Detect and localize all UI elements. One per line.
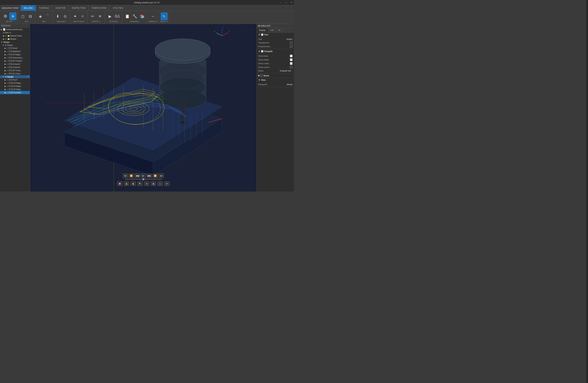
step-forward-button[interactable]: ▶▶ xyxy=(147,173,152,178)
transparent-checkbox[interactable] xyxy=(290,41,293,44)
show-points-checkbox[interactable] xyxy=(290,66,293,68)
show-leads-label: Show leads xyxy=(258,59,289,61)
stock-section-checkbox[interactable] xyxy=(260,75,263,77)
browser-item-contour3[interactable]: ▶ ◻ [T3] Contour3 xyxy=(0,63,30,66)
tab-inspection[interactable]: INSPECTION xyxy=(69,5,89,11)
simulate-action-button[interactable]: ▶ xyxy=(106,12,113,20)
panel-tab-stats[interactable]: St xyxy=(276,28,283,32)
library-button[interactable]: 📚 xyxy=(139,12,146,20)
tab-turning[interactable]: TURNING xyxy=(36,5,52,11)
2d-pocket-button[interactable]: ⊟ xyxy=(27,12,34,20)
modify2-button[interactable]: ✕ xyxy=(96,12,104,20)
panel-tab-info[interactable]: Info xyxy=(268,28,276,32)
stock-section-header[interactable]: ▶ Stock xyxy=(257,73,294,78)
multiaxis2-button[interactable]: ✧ xyxy=(79,12,86,20)
panel-tab-display[interactable]: Display xyxy=(257,28,268,32)
post-button[interactable]: G1 xyxy=(114,12,121,20)
browser-item-setups-header[interactable]: ▼ Setups xyxy=(0,41,30,44)
browser-item-2dcham[interactable]: ▶ ◇ [T4] 2D Cham... xyxy=(0,72,30,75)
browser-item-pocket2[interactable]: ▶ ◻ [T2] 2D Pocket2 xyxy=(0,59,30,63)
browser-item-2dconto[interactable]: ▶ ◇ [T1] 2D Conto... xyxy=(0,69,30,72)
view-ctrl-display[interactable]: ▦ xyxy=(151,181,156,186)
modify-button[interactable]: ✂ xyxy=(89,12,96,20)
close-button[interactable]: ✕ xyxy=(289,0,294,5)
programmed-checkbox[interactable] xyxy=(290,45,293,48)
browser-item-models[interactable]: ▶ 👁 📁 Models xyxy=(0,38,30,41)
browser-item-root[interactable]: ▶ 📄 Getting started part... xyxy=(0,28,30,31)
fast-forward-button[interactable]: ⏩ xyxy=(153,173,158,178)
toolpath-section: ▼ ✓ Toolpath Show links ✓ Show leads ✓ S… xyxy=(257,49,294,73)
browser-item-named-views[interactable]: ▶ 👁 📁 Named Views xyxy=(0,34,30,38)
browser-item-contour5[interactable]: ▶ ◻ [T13] Contour5 xyxy=(0,91,30,94)
tab-utilities[interactable]: UTILITIES xyxy=(110,5,126,11)
browser-item-t13adap1[interactable]: ▶ ◇ [T13] 2D Adap... xyxy=(0,82,30,85)
show-links-checkbox[interactable]: ✓ xyxy=(290,55,293,57)
play-button[interactable]: ▶ xyxy=(141,173,146,178)
browser-item-horizontal[interactable]: ▶ ◻ [T2] Horizontont... xyxy=(0,56,30,59)
svg-point-17 xyxy=(180,121,185,124)
tab-milling[interactable]: MILLING xyxy=(21,5,36,11)
viewport[interactable]: X Y Z ⏮ ⏪ ◀◀ ▶ ▶▶ ⏩ ⏭ 🎯 xyxy=(30,24,257,192)
toolpath-section-header[interactable]: ▼ ✓ Toolpath xyxy=(257,49,294,53)
tool-section-checkbox[interactable]: ✓ xyxy=(261,34,263,36)
tool-section-header[interactable]: ▼ ✓ Tool xyxy=(257,33,294,37)
view-ctrl-5[interactable]: ▢ xyxy=(158,181,163,186)
svg-point-15 xyxy=(155,39,210,61)
browser-item-t13adap3[interactable]: ▶ ◇ [T13] 2D Adap... xyxy=(0,88,30,91)
tool-label: Tool xyxy=(258,38,286,40)
fast-reverse-button[interactable]: ⏪ xyxy=(129,173,134,178)
show-leads-row: Show leads ✓ xyxy=(258,58,293,62)
3d-contour-button[interactable]: ⌒ xyxy=(44,12,51,20)
multiaxis-button[interactable]: ✦ xyxy=(71,12,79,20)
2d-face-button[interactable]: ◻ xyxy=(19,12,26,20)
skip-start-button[interactable]: ⏮ xyxy=(123,173,128,178)
manufacture-dropdown[interactable]: MANUFACTURE ▾ xyxy=(0,5,21,11)
show-cutting-checkbox[interactable]: ✓ xyxy=(290,62,293,65)
progress-bar[interactable] xyxy=(125,179,162,180)
show-cutting-row: Show cuttin... ✓ xyxy=(258,62,293,65)
browser-item-t13adap2[interactable]: ▶ ◇ [T13] 2D Adap... xyxy=(0,85,30,88)
browser-item-setup1[interactable]: ▼ ⚙ Setup1 ○ xyxy=(0,44,30,47)
right-panel: SIMULATE Display Info St ▼ ✓ Tool Tool H… xyxy=(257,24,294,192)
view-ctrl-6[interactable]: ⚙ xyxy=(164,181,169,186)
setup-button[interactable]: ⚙ xyxy=(2,12,9,20)
window-title: Getting started part v3 v1* xyxy=(134,1,160,4)
browser-item-contour4[interactable]: ▶ ◻ [T3] Contour4 xyxy=(0,66,30,69)
progress-thumb[interactable] xyxy=(142,178,145,180)
show-leads-checkbox[interactable]: ✓ xyxy=(290,58,293,61)
view-ctrl-4[interactable]: ⊕ xyxy=(144,181,149,186)
3d-adaptive-button[interactable]: ◈ xyxy=(37,12,44,20)
select-button[interactable]: ↖ xyxy=(161,12,168,20)
browser-item-setup2[interactable]: ▼ ⚙ Setup2 👁 xyxy=(0,75,30,78)
drill-button[interactable]: ⬇ xyxy=(54,12,61,20)
browser-item-face7[interactable]: ▶ ◻ [T2] Face7 xyxy=(0,78,30,82)
setup-g-button[interactable]: G xyxy=(9,12,17,20)
skip-end-button[interactable]: ⏭ xyxy=(159,173,164,178)
tab-additive[interactable]: ADDITIVE xyxy=(52,5,69,11)
browser-item-2dadapt1[interactable]: ▶ ◇ [T2] 2D Adapt... xyxy=(0,53,30,56)
browser-item-face2[interactable]: ▶ ◻ [T1] Face2 xyxy=(0,47,30,50)
browser-item-units[interactable]: ℹ Units: in xyxy=(0,31,30,34)
tools-button[interactable]: 🔧 xyxy=(131,12,138,20)
tool-section-collapse-icon: ▼ xyxy=(258,34,260,36)
toolpath-section-checkbox[interactable]: ✓ xyxy=(261,50,263,52)
minimize-button[interactable]: − xyxy=(278,0,284,5)
browser-item-adaptive2[interactable]: ▶ ◇ [T1] Adaptive2 xyxy=(0,50,30,53)
bore-button[interactable]: ⊙ xyxy=(62,12,69,20)
measure-button[interactable]: ↔ xyxy=(149,12,156,20)
view-ctrl-2[interactable]: 🔒 xyxy=(124,181,129,186)
playback-controls: ⏮ ⏪ ◀◀ ▶ ▶▶ ⏩ ⏭ xyxy=(123,173,164,178)
manage-button[interactable]: 📋 xyxy=(124,12,131,20)
window-controls[interactable]: − □ ✕ xyxy=(278,0,294,5)
view-ctrl-1[interactable]: 🎯 xyxy=(117,181,122,186)
tab-fabrication[interactable]: FABRICATION xyxy=(89,5,110,11)
viewpoint-row: Viewpoint Model xyxy=(258,83,293,86)
simulate-banner: SIMULATE xyxy=(257,24,294,28)
viewpoint-label: Viewpoint xyxy=(258,83,286,85)
view-section-header[interactable]: ▼ View xyxy=(257,78,294,82)
view-ctrl-3[interactable]: ✋ xyxy=(131,181,136,186)
view-ctrl-zoom[interactable]: 🔍 xyxy=(137,181,143,186)
step-back-button[interactable]: ◀◀ xyxy=(135,173,140,178)
maximize-button[interactable]: □ xyxy=(284,0,289,5)
toolbar-group-modify: ✂ ✕ MODIFY ▾ xyxy=(88,11,105,24)
